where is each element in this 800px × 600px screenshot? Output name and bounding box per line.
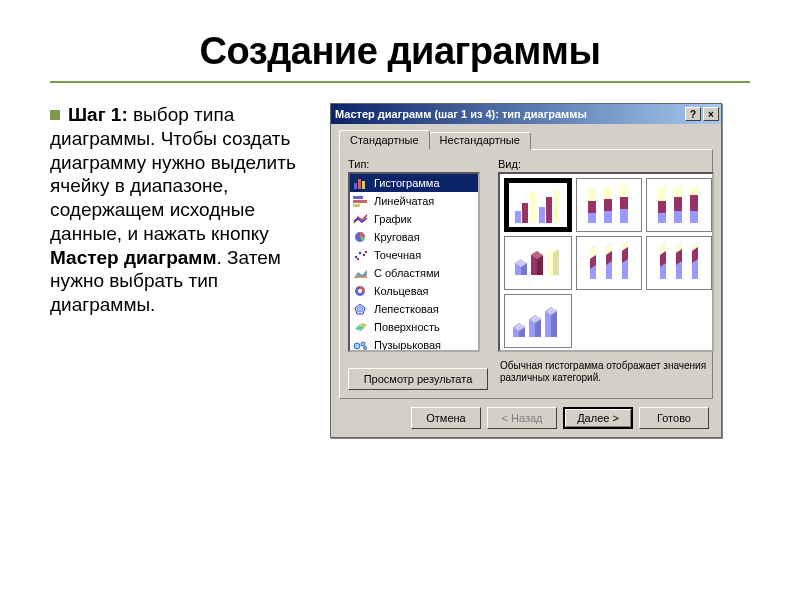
chart-type-item[interactable]: Кольцевая bbox=[350, 282, 478, 300]
chart-subtype-2[interactable] bbox=[576, 178, 642, 232]
chart-type-item[interactable]: Точечная bbox=[350, 246, 478, 264]
svg-rect-3 bbox=[353, 196, 363, 199]
tab-panel: Тип: ГистограммаЛинейчатаяГрафикКруговая… bbox=[339, 149, 713, 399]
svg-rect-32 bbox=[588, 213, 596, 223]
svg-rect-27 bbox=[539, 207, 545, 223]
svg-marker-17 bbox=[357, 306, 363, 312]
svg-point-7 bbox=[355, 256, 357, 258]
bubble-icon bbox=[352, 338, 370, 352]
radar-icon bbox=[352, 302, 370, 316]
doughnut-icon bbox=[352, 284, 370, 298]
surface-icon bbox=[352, 320, 370, 334]
chart-subtype-5[interactable] bbox=[576, 236, 642, 290]
svg-point-21 bbox=[361, 342, 365, 346]
chart-subtype-7[interactable] bbox=[504, 294, 572, 348]
svg-point-10 bbox=[357, 258, 359, 260]
body-text: Шаг 1: выбор типа диаграммы. Чтобы созда… bbox=[50, 103, 310, 438]
svg-rect-35 bbox=[604, 211, 612, 223]
svg-marker-56 bbox=[553, 249, 559, 275]
chart-type-item[interactable]: С областями bbox=[350, 264, 478, 282]
chart-type-item[interactable]: Гистограмма bbox=[350, 174, 478, 192]
subtype-description: Обычная гистограмма отображает значения … bbox=[498, 358, 714, 386]
svg-rect-25 bbox=[522, 203, 528, 223]
chart-type-item[interactable]: Круговая bbox=[350, 228, 478, 246]
slide-title: Создание диаграммы bbox=[50, 30, 750, 73]
tab-nonstandard[interactable]: Нестандартные bbox=[429, 132, 531, 150]
line-icon bbox=[352, 212, 370, 226]
svg-rect-46 bbox=[690, 187, 698, 195]
svg-rect-40 bbox=[658, 187, 666, 201]
chart-type-label: Линейчатая bbox=[374, 195, 434, 207]
chart-type-label: Лепестковая bbox=[374, 303, 439, 315]
view-label: Вид: bbox=[498, 158, 714, 170]
finish-button[interactable]: Готово bbox=[639, 407, 709, 429]
chart-wizard-dialog: Мастер диаграмм (шаг 1 из 4): тип диагра… bbox=[330, 103, 722, 438]
preview-result-button[interactable]: Просмотр результата bbox=[348, 368, 488, 390]
chart-type-label: Круговая bbox=[374, 231, 420, 243]
svg-rect-24 bbox=[515, 211, 521, 223]
svg-rect-47 bbox=[690, 195, 698, 211]
title-rule bbox=[50, 81, 750, 83]
svg-rect-29 bbox=[553, 189, 559, 223]
svg-point-22 bbox=[364, 347, 367, 350]
scatter-icon bbox=[352, 248, 370, 262]
dialog-titlebar[interactable]: Мастер диаграмм (шаг 1 из 4): тип диагра… bbox=[331, 104, 721, 124]
chart-type-label: График bbox=[374, 213, 412, 225]
chart-subtype-1[interactable] bbox=[504, 178, 572, 232]
close-button[interactable]: × bbox=[703, 107, 719, 121]
chart-type-item[interactable]: Лепестковая bbox=[350, 300, 478, 318]
bar-icon bbox=[352, 194, 370, 208]
chart-type-label: Гистограмма bbox=[374, 177, 440, 189]
bullet-icon bbox=[50, 110, 60, 120]
svg-point-15 bbox=[358, 289, 362, 293]
back-button[interactable]: < Назад bbox=[487, 407, 557, 429]
svg-rect-4 bbox=[353, 200, 367, 203]
svg-rect-26 bbox=[529, 191, 535, 223]
chart-subtype-grid[interactable] bbox=[498, 172, 714, 352]
chart-subtype-4[interactable] bbox=[504, 236, 572, 290]
svg-rect-5 bbox=[353, 204, 360, 207]
chart-type-label: Кольцевая bbox=[374, 285, 429, 297]
svg-rect-38 bbox=[620, 209, 628, 223]
cancel-button[interactable]: Отмена bbox=[411, 407, 481, 429]
svg-rect-2 bbox=[362, 181, 365, 189]
chart-type-item[interactable]: Пузырьковая bbox=[350, 336, 478, 352]
svg-rect-0 bbox=[354, 183, 357, 189]
chart-type-item[interactable]: Поверхность bbox=[350, 318, 478, 336]
svg-rect-44 bbox=[674, 197, 682, 211]
chart-type-label: С областями bbox=[374, 267, 440, 279]
chart-type-item[interactable]: График bbox=[350, 210, 478, 228]
svg-rect-28 bbox=[546, 197, 552, 223]
help-button[interactable]: ? bbox=[685, 107, 701, 121]
svg-point-8 bbox=[359, 252, 361, 254]
tab-standard[interactable]: Стандартные bbox=[339, 130, 430, 150]
pie-icon bbox=[352, 230, 370, 244]
type-label: Тип: bbox=[348, 158, 488, 170]
dialog-title: Мастер диаграмм (шаг 1 из 4): тип диагра… bbox=[335, 108, 683, 120]
svg-point-11 bbox=[365, 251, 367, 253]
chart-type-list[interactable]: ГистограммаЛинейчатаяГрафикКруговаяТочеч… bbox=[348, 172, 480, 352]
chart-type-label: Точечная bbox=[374, 249, 421, 261]
svg-rect-43 bbox=[674, 187, 682, 197]
svg-point-20 bbox=[354, 343, 360, 349]
chart-subtype-3[interactable] bbox=[646, 178, 712, 232]
svg-rect-1 bbox=[358, 179, 361, 189]
chart-type-label: Поверхность bbox=[374, 321, 440, 333]
chart-subtype-6[interactable] bbox=[646, 236, 712, 290]
chart-type-label: Пузырьковая bbox=[374, 339, 441, 351]
next-button[interactable]: Далее > bbox=[563, 407, 633, 429]
svg-point-9 bbox=[363, 254, 365, 256]
area-icon bbox=[352, 266, 370, 280]
svg-rect-41 bbox=[658, 201, 666, 213]
histogram-icon bbox=[352, 176, 370, 190]
chart-type-item[interactable]: Линейчатая bbox=[350, 192, 478, 210]
